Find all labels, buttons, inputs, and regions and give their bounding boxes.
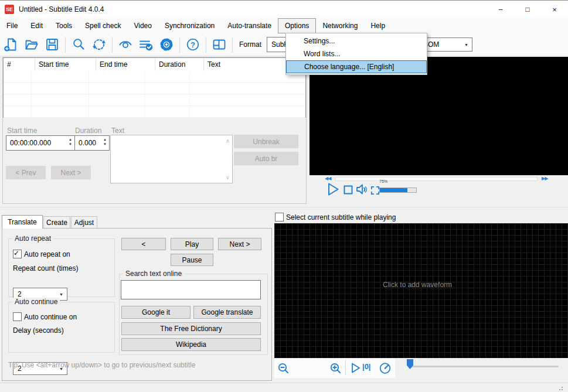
pause-button[interactable]: Pause [171, 254, 213, 266]
wikipedia-button[interactable]: Wikipedia [121, 338, 261, 351]
volume-slider[interactable] [379, 188, 417, 193]
google-it-button[interactable]: Google it [121, 306, 191, 319]
zoom-in-icon [329, 362, 342, 374]
menu-edit[interactable]: Edit [24, 18, 49, 33]
toolbar: ? Format SubRip (.srt) ▼ [0, 33, 568, 56]
column-start-time[interactable]: Start time [35, 58, 96, 71]
start-time-spinner[interactable]: 00:00:00.000 ▲▼ [6, 135, 75, 151]
google-translate-button[interactable]: Google translate [193, 306, 261, 319]
menu-tools[interactable]: Tools [49, 18, 79, 33]
video-play-button[interactable] [325, 182, 340, 199]
menu-spell-check[interactable]: Spell check [79, 18, 127, 33]
spell-check-button[interactable] [138, 37, 154, 52]
auto-continue-checkbox[interactable] [13, 312, 22, 321]
open-file-button[interactable] [24, 37, 39, 52]
menu-auto-translate[interactable]: Auto-translate [221, 18, 278, 33]
menu-synchronization[interactable]: Synchronization [158, 18, 221, 33]
slider-handle[interactable] [407, 359, 413, 369]
menu-bar: File Edit Tools Spell check Video Synchr… [0, 18, 568, 33]
repeat-count-label: Repeat count (times) [13, 264, 78, 272]
maximize-button[interactable]: □ [514, 1, 541, 18]
app-logo-icon: SE [5, 5, 14, 14]
new-file-button[interactable] [4, 37, 19, 52]
video-fullscreen-button[interactable] [370, 186, 380, 197]
select-current-subtitle-checkbox[interactable] [275, 213, 284, 221]
toolbar-separator [345, 360, 346, 375]
tab-translate[interactable]: Translate [2, 215, 43, 229]
chevron-down-icon: ▼ [59, 292, 63, 296]
help-button[interactable]: ? [185, 37, 200, 52]
back-button[interactable]: < [121, 238, 166, 250]
menu-help[interactable]: Help [364, 18, 392, 33]
auto-repeat-checkbox[interactable]: ✓ [13, 250, 22, 258]
delay-label: Delay (seconds) [13, 326, 64, 335]
duration-value: 0.000 [79, 139, 96, 147]
auto-continue-group-label: Auto continue [12, 298, 60, 306]
menu-item-settings[interactable]: Settings... [286, 35, 427, 47]
menu-item-word-lists[interactable]: Word lists... [286, 47, 427, 60]
prev-button[interactable]: < Prev [6, 166, 46, 179]
close-button[interactable]: × [541, 1, 568, 18]
menu-file[interactable]: File [0, 18, 24, 33]
subtitle-text-area[interactable]: ∧ ∨ [110, 135, 233, 183]
menu-video[interactable]: Video [127, 18, 158, 33]
playback-speed-button[interactable] [378, 361, 392, 377]
toolbar-separator [65, 37, 66, 53]
tab-adjust[interactable]: Adjust [71, 216, 97, 228]
text-label: Text [111, 127, 124, 135]
scroll-up-icon[interactable]: ∧ [226, 138, 230, 144]
waveform-zoom-out-button[interactable] [277, 362, 290, 376]
eye-icon [118, 37, 133, 52]
table-row [4, 94, 305, 106]
spinner-arrows-icon[interactable]: ▲▼ [103, 137, 107, 146]
waveform-zoom-in-button[interactable] [329, 362, 342, 376]
minimize-button[interactable]: – [487, 1, 514, 18]
video-seek-bar[interactable] [335, 177, 538, 181]
duration-label: Duration [75, 127, 101, 135]
settings-button[interactable] [159, 37, 174, 52]
subtitle-list[interactable]: # Start time End time Duration Text [3, 57, 306, 118]
rewind-icon[interactable]: ◀◀ [325, 176, 331, 181]
table-row [4, 71, 305, 83]
waveform-play-button[interactable] [349, 362, 361, 376]
visual-sync-button[interactable] [118, 37, 133, 52]
layout-icon [212, 37, 227, 52]
video-mute-button[interactable] [355, 182, 369, 198]
free-dictionary-button[interactable]: The Free Dictionary [121, 322, 261, 335]
splitter[interactable] [0, 207, 568, 207]
menu-networking[interactable]: Networking [316, 18, 364, 33]
layout-button[interactable] [212, 37, 227, 52]
spell-check-icon [138, 37, 154, 52]
menu-options[interactable]: Options [278, 18, 316, 33]
auto-repeat-group-label: Auto repeat [12, 234, 53, 243]
scroll-down-icon[interactable]: ∨ [226, 174, 230, 180]
next-button[interactable]: Next > [51, 166, 91, 179]
start-time-value: 00:00:00.000 [10, 139, 51, 147]
forward-icon[interactable]: ▶▶ [542, 176, 547, 181]
speaker-icon [355, 182, 369, 196]
open-folder-icon [24, 37, 39, 52]
waveform-position-slider[interactable] [411, 366, 559, 367]
spinner-arrows-icon[interactable]: ▲▼ [69, 137, 72, 146]
volume-fill [380, 188, 407, 192]
next-subtitle-button[interactable]: Next > [218, 238, 261, 250]
tab-create[interactable]: Create [43, 216, 70, 228]
replace-button[interactable] [91, 37, 107, 52]
auto-br-button[interactable]: Auto br [234, 152, 298, 165]
video-stop-button[interactable] [343, 185, 353, 196]
play-button[interactable]: Play [171, 238, 213, 250]
unbreak-button[interactable]: Unbreak [234, 135, 298, 148]
waveform-area[interactable]: Click to add waveform [274, 223, 568, 358]
column-number[interactable]: # [4, 58, 35, 71]
column-duration[interactable]: Duration [155, 58, 204, 71]
help-icon: ? [185, 37, 200, 52]
menu-item-choose-language[interactable]: Choose language... [English] [286, 60, 427, 73]
title-bar: SE Untitled - Subtitle Edit 4.0.4 – □ × [0, 1, 568, 18]
duration-spinner[interactable]: 0.000 ▲▼ [74, 135, 110, 151]
search-online-label: Search text online [123, 270, 184, 278]
search-text-input[interactable] [121, 280, 261, 299]
find-button[interactable] [71, 37, 86, 52]
save-button[interactable] [45, 37, 60, 52]
column-end-time[interactable]: End time [96, 58, 155, 71]
center-view-button[interactable]: |0| [362, 362, 371, 371]
